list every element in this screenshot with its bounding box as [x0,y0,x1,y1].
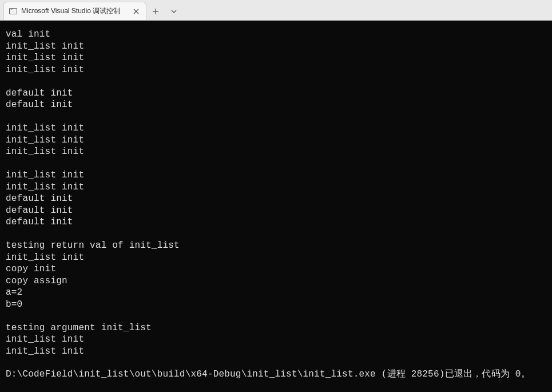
new-tab-button[interactable] [146,3,165,20]
chevron-down-icon [170,8,177,15]
console-exit-line: D:\CodeField\init_list\out\build\x64-Deb… [6,369,547,381]
tab-active[interactable]: Microsoft Visual Studio 调试控制 [3,2,146,20]
tab-title: Microsoft Visual Studio 调试控制 [21,6,128,16]
tab-bar: Microsoft Visual Studio 调试控制 [0,0,552,21]
close-icon [133,9,139,14]
console-lines: val init init_list init init_list init i… [6,29,547,357]
plus-icon [152,8,159,15]
console-output[interactable]: val init init_list init init_list init i… [0,21,552,392]
tab-close-button[interactable] [131,6,141,17]
cmd-icon [9,7,18,16]
tab-dropdown-button[interactable] [165,3,183,20]
